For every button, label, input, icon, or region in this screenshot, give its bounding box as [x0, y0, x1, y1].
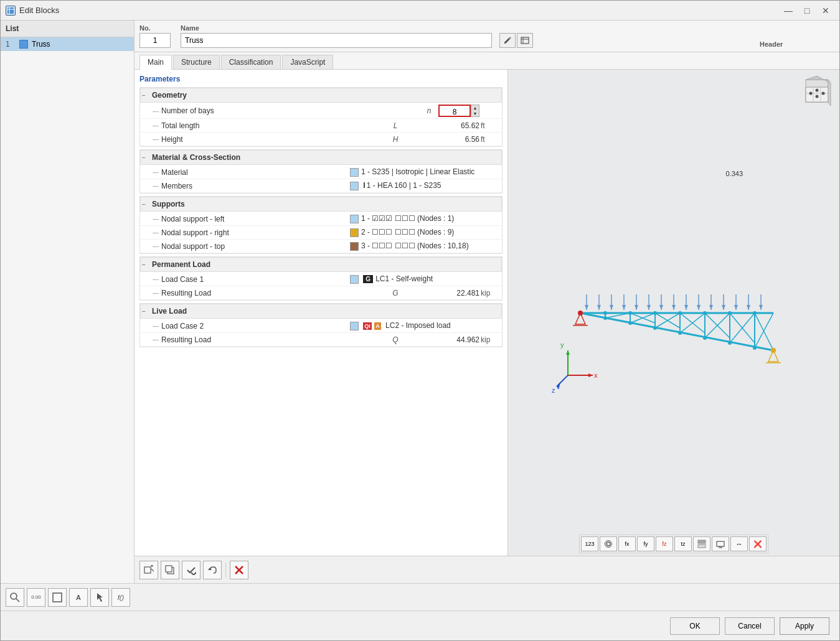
cancel-button[interactable]: Cancel: [725, 617, 775, 635]
formula-button[interactable]: f(): [111, 588, 130, 607]
svg-marker-38: [659, 305, 663, 310]
select-button[interactable]: [48, 588, 67, 607]
right-section: No. Name: [134, 21, 839, 583]
apply-button[interactable]: Apply: [780, 617, 829, 635]
param-name-support-left: Nodal support - left: [161, 215, 331, 223]
ibeam-icon: I: [363, 181, 365, 190]
svg-marker-37: [647, 305, 651, 310]
tab-classification[interactable]: Classification: [221, 55, 281, 69]
permanent-load-header[interactable]: − Permanent Load: [140, 257, 502, 272]
material-section: − Material & Cross-Section — Material 1 …: [139, 149, 503, 194]
name-input[interactable]: [181, 33, 492, 48]
geometry-title: Geometry: [152, 91, 187, 100]
tab-main[interactable]: Main: [139, 55, 172, 70]
spin-down-bays[interactable]: ▼: [471, 111, 479, 116]
load-arrows: [585, 294, 763, 310]
tz-btn[interactable]: tz: [674, 536, 692, 551]
param-name-lc2: Load Case 2: [161, 322, 331, 330]
svg-marker-46: [759, 305, 763, 310]
param-key-height: H: [386, 135, 405, 144]
param-value-support-left: 1 - ☑☑☑ ☐☐☐ (Nodes : 1): [350, 214, 499, 223]
name-buttons: [499, 33, 533, 48]
arrows-btn[interactable]: ↔: [730, 536, 748, 551]
bottom-toolbar: [134, 556, 839, 583]
collapse-icon-permanent: −: [142, 261, 149, 268]
copy-button[interactable]: [161, 561, 179, 579]
title-controls: — □ ✕: [780, 4, 834, 17]
param-name-lc1: Load Case 1: [161, 275, 331, 284]
material-header[interactable]: − Material & Cross-Section: [140, 150, 502, 165]
toolbar-separator: [225, 563, 226, 578]
lc2-badge-qi: QI: [363, 322, 372, 330]
tab-structure[interactable]: Structure: [173, 55, 220, 69]
settings-btn[interactable]: ❌: [749, 536, 767, 551]
svg-marker-42: [709, 305, 713, 310]
params-panel: Parameters − Geometry — Number of bays n: [134, 70, 508, 556]
maximize-button[interactable]: □: [798, 4, 816, 17]
list-header: List: [1, 21, 134, 37]
undo-button[interactable]: [203, 561, 222, 579]
main-content: List 1 Truss No. Name: [1, 21, 839, 583]
svg-text:y: y: [560, 341, 564, 349]
svg-marker-34: [610, 305, 613, 310]
lc2-swatch: [350, 322, 359, 330]
numbering-btn[interactable]: 123: [581, 536, 598, 551]
list-item[interactable]: 1 Truss: [1, 37, 134, 51]
param-value-resulting-q: 44.962: [405, 335, 479, 344]
param-name-resulting-q: Resulting Load: [161, 335, 386, 344]
text-button[interactable]: A: [69, 588, 88, 607]
param-value-support-top: 3 - ☐☐☐ ☐☐☐ (Nodes : 10,18): [350, 241, 499, 251]
lc1-badge: G: [363, 275, 373, 283]
svg-point-87: [703, 336, 707, 340]
param-name-support-top: Nodal support - top: [161, 242, 331, 251]
svg-marker-36: [635, 305, 638, 310]
svg-rect-0: [7, 7, 14, 14]
minimize-button[interactable]: —: [780, 4, 797, 17]
svg-rect-102: [698, 545, 706, 548]
delete-button[interactable]: [230, 561, 248, 579]
spin-up-bays[interactable]: ▲: [471, 105, 479, 111]
tab-javascript[interactable]: JavaScript: [282, 55, 333, 69]
check-button[interactable]: [182, 561, 201, 579]
library-button[interactable]: [517, 33, 533, 48]
svg-point-13: [816, 89, 819, 92]
dialog-footer: OK Cancel Apply: [1, 611, 839, 640]
svg-point-88: [728, 341, 732, 345]
param-row-support-top: — Nodal support - top 3 - ☐☐☐ ☐☐☐ (Nodes…: [140, 240, 502, 253]
search-tool-button[interactable]: [6, 588, 24, 607]
bays-input[interactable]: 8: [438, 105, 471, 117]
svg-line-48: [580, 313, 773, 350]
pointer-button[interactable]: [90, 588, 109, 607]
add-button[interactable]: [139, 561, 158, 579]
view-btn[interactable]: [600, 536, 617, 551]
measure-button[interactable]: 0.00: [27, 588, 45, 607]
svg-marker-44: [734, 305, 738, 310]
close-button[interactable]: ✕: [817, 4, 834, 17]
name-label: Name: [181, 24, 750, 32]
param-key-resulting-g: G: [386, 289, 405, 297]
display-btn[interactable]: [712, 536, 729, 551]
fz-btn[interactable]: fz: [656, 536, 673, 551]
param-unit-height: ft: [481, 135, 499, 144]
param-name-length: Total length: [161, 121, 386, 130]
svg-marker-94: [566, 350, 570, 355]
live-load-header[interactable]: − Live Load: [140, 304, 502, 319]
collapse-icon-supports: −: [142, 201, 149, 208]
fx-btn[interactable]: fx: [618, 536, 636, 551]
layers-btn[interactable]: [693, 536, 710, 551]
material-title: Material & Cross-Section: [152, 153, 240, 162]
geometry-header[interactable]: − Geometry: [140, 88, 502, 103]
param-row-support-left: — Nodal support - left 1 - ☑☑☑ ☐☐☐ (Node…: [140, 212, 502, 226]
svg-rect-111: [166, 566, 172, 572]
svg-point-85: [653, 326, 657, 330]
ok-button[interactable]: OK: [670, 617, 720, 635]
no-input[interactable]: [139, 33, 171, 48]
svg-point-16: [822, 92, 825, 95]
supports-title: Supports: [152, 200, 185, 208]
supports-header[interactable]: − Supports: [140, 197, 502, 212]
spin-container-bays: 8 ▲ ▼: [438, 105, 479, 117]
fy-btn[interactable]: fy: [637, 536, 654, 551]
param-name-bays: Number of bays: [161, 106, 420, 115]
param-row-resulting-g: — Resulting Load G 22.481 kip: [140, 286, 502, 300]
edit-name-button[interactable]: [499, 33, 516, 48]
